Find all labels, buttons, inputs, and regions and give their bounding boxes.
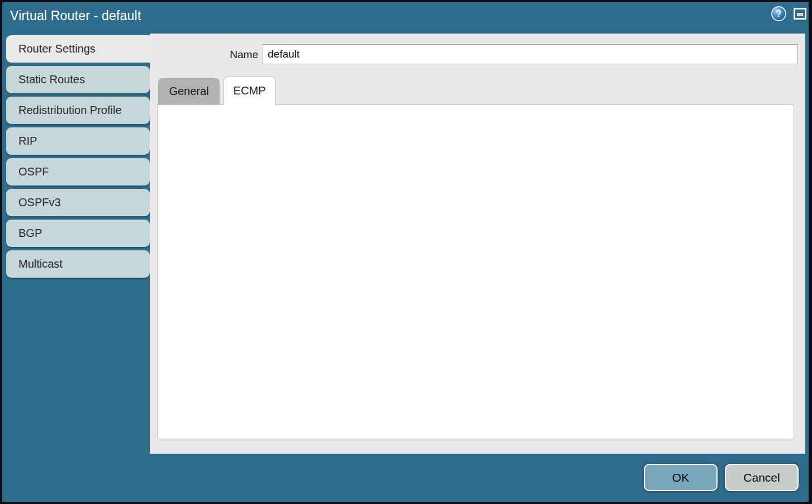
sidebar: Router Settings Static Routes Redistribu… <box>6 35 152 278</box>
sidebar-item-multicast[interactable]: Multicast <box>6 250 150 278</box>
cancel-button[interactable]: Cancel <box>725 464 799 491</box>
restore-window-icon[interactable] <box>794 8 806 20</box>
sidebar-item-ospf[interactable]: OSPF <box>6 158 150 186</box>
help-icon[interactable]: ? <box>771 6 786 21</box>
restore-window-icon-inner <box>797 13 803 16</box>
tab-general[interactable]: General <box>158 78 220 104</box>
ecmp-tab-panel <box>157 104 794 439</box>
sidebar-item-static-routes[interactable]: Static Routes <box>6 66 150 93</box>
screenshot-frame: Virtual Router - default ? Router Settin… <box>0 0 812 504</box>
sidebar-item-redistribution-profile[interactable]: Redistribution Profile <box>6 97 150 124</box>
sidebar-item-ospfv3[interactable]: OSPFv3 <box>6 189 150 216</box>
name-input[interactable] <box>263 44 798 64</box>
sidebar-item-bgp[interactable]: BGP <box>6 220 150 247</box>
sidebar-item-router-settings[interactable]: Router Settings <box>6 35 152 63</box>
dialog-title: Virtual Router - default <box>10 8 141 23</box>
tab-ecmp[interactable]: ECMP <box>224 77 276 105</box>
name-label: Name <box>212 49 258 61</box>
sidebar-item-rip[interactable]: RIP <box>6 127 150 155</box>
virtual-router-dialog: Virtual Router - default ? Router Settin… <box>2 2 809 502</box>
ok-button[interactable]: OK <box>644 464 718 491</box>
